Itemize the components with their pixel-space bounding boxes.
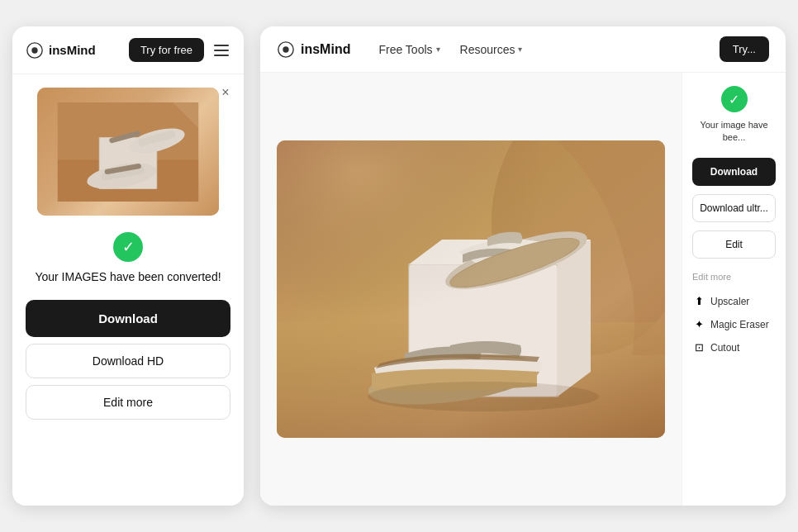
close-icon: ×: [221, 85, 229, 100]
hamburger-line-3: [214, 55, 229, 56]
success-area: ✓ Your IMAGES have been converted!: [35, 232, 221, 283]
success-message: Your IMAGES have been converted!: [35, 270, 221, 283]
check-icon: ✓: [122, 238, 135, 256]
desktop-header: insMind Free Tools ▾ Resources ▾ Try...: [260, 26, 786, 73]
mobile-logo: insMind: [26, 41, 96, 59]
mobile-panel: insMind Try for free ×: [12, 26, 244, 506]
cutout-icon: ⊡: [692, 341, 705, 354]
try-free-button[interactable]: Try for free: [129, 38, 204, 62]
image-preview: [37, 88, 219, 216]
nav-free-tools-label: Free Tools: [378, 43, 432, 56]
tool-upscaler[interactable]: ⬆ Upscaler: [692, 290, 776, 313]
sidebar-edit-button[interactable]: Edit: [692, 230, 776, 259]
desktop-panel: insMind Free Tools ▾ Resources ▾ Try...: [260, 26, 786, 506]
magic-eraser-label: Magic Eraser: [710, 319, 769, 330]
desktop-brand-name: insMind: [301, 42, 350, 57]
edit-more-label: Edit more: [692, 272, 776, 282]
shoe-thumbnail: [37, 88, 219, 216]
desktop-try-free-button[interactable]: Try...: [720, 36, 769, 62]
success-check-circle: ✓: [113, 232, 143, 262]
free-tools-chevron: ▾: [436, 45, 440, 54]
upscaler-icon: ⬆: [692, 295, 705, 308]
tool-cutout[interactable]: ⊡ Cutout: [692, 336, 776, 359]
mobile-header: insMind Try for free: [12, 26, 244, 74]
mobile-nav-right: Try for free: [129, 38, 230, 62]
svg-point-14: [283, 46, 288, 52]
edit-more-button[interactable]: Edit more: [26, 385, 230, 420]
sidebar-success: ✓ Your image have bee...: [692, 86, 776, 145]
svg-rect-26: [277, 140, 665, 438]
desktop-logo: insMind: [277, 40, 350, 59]
logo-icon: [26, 41, 44, 59]
sidebar-success-text: Your image have bee...: [692, 119, 776, 145]
hamburger-menu[interactable]: [212, 43, 230, 58]
cutout-label: Cutout: [710, 342, 739, 354]
desktop-main: ✓ Your image have bee... Download Downlo…: [260, 73, 786, 506]
tool-magic-eraser[interactable]: ✦ Magic Eraser: [692, 313, 776, 336]
nav-resources[interactable]: Resources ▾: [452, 38, 531, 61]
desktop-nav-right: Try...: [720, 36, 769, 62]
main-image-container: [277, 140, 665, 438]
hamburger-line-1: [214, 45, 229, 46]
svg-rect-12: [58, 102, 198, 202]
nav-free-tools[interactable]: Free Tools ▾: [370, 38, 448, 61]
shoe-image-svg: [54, 102, 202, 202]
action-buttons: Download Download HD Edit more: [26, 300, 230, 420]
image-area: [260, 73, 682, 506]
resources-chevron: ▾: [518, 45, 522, 54]
right-sidebar: ✓ Your image have bee... Download Downlo…: [682, 73, 786, 506]
upscaler-label: Upscaler: [710, 296, 749, 307]
sidebar-check-circle: ✓: [721, 86, 748, 112]
magic-eraser-icon: ✦: [692, 318, 705, 331]
sidebar-download-button[interactable]: Download: [692, 158, 776, 186]
desktop-logo-icon: [277, 40, 295, 59]
hamburger-line-2: [214, 50, 229, 51]
download-button[interactable]: Download: [26, 300, 230, 337]
svg-point-1: [31, 47, 37, 53]
sidebar-download-ultra-button[interactable]: Download ultr...: [692, 194, 776, 222]
nav-resources-label: Resources: [460, 43, 515, 56]
mobile-content: ×: [12, 74, 244, 506]
sidebar-check-icon: ✓: [729, 92, 739, 107]
brand-name: insMind: [49, 43, 96, 57]
nav-items: Free Tools ▾ Resources ▾: [370, 38, 530, 61]
main-image-svg: [277, 140, 665, 438]
download-hd-button[interactable]: Download HD: [26, 344, 230, 378]
edit-more-section: Edit more ⬆ Upscaler ✦ Magic Eraser ⊡ Cu…: [692, 272, 776, 359]
